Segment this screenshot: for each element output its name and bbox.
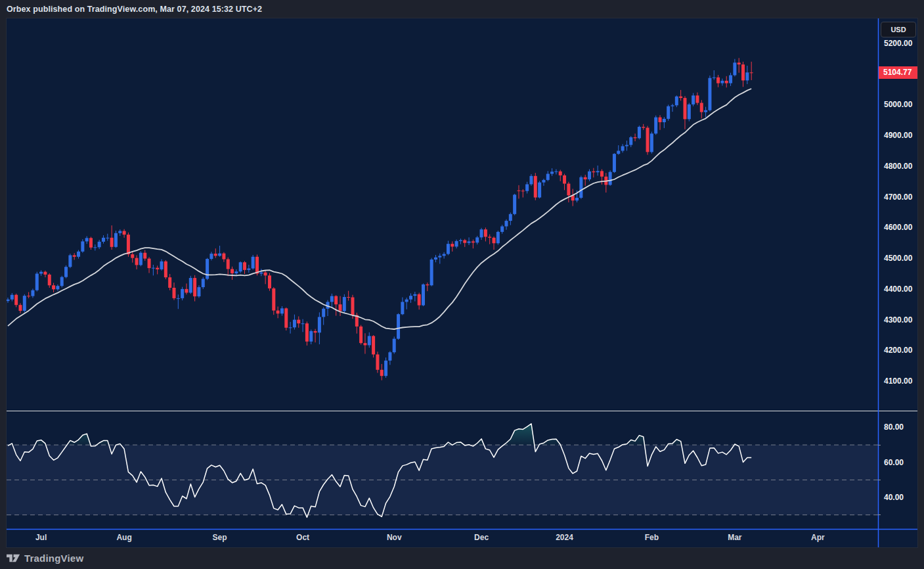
price-axis-label: 4500.00 <box>884 253 912 263</box>
rsi-level-tick <box>878 480 881 480</box>
time-axis-label: Mar <box>728 533 741 542</box>
chart-canvas[interactable] <box>7 18 917 547</box>
time-axis-label: Aug <box>116 533 131 542</box>
last-price-tag: 5104.77 <box>879 66 917 79</box>
rsi-axis-label: 80.00 <box>884 422 904 432</box>
header-bar: Orbex published on TradingView.com, Mar … <box>0 0 924 18</box>
price-axis-label: 4200.00 <box>884 345 912 355</box>
price-axis-label: 4100.00 <box>884 376 912 386</box>
rsi-level-tick <box>878 445 881 445</box>
price-axis-label: 4400.00 <box>884 284 912 294</box>
price-axis-label: 4700.00 <box>884 192 912 202</box>
publish-caption: Orbex published on TradingView.com, Mar … <box>7 5 262 14</box>
price-axis-label: 4900.00 <box>884 130 912 141</box>
time-scale[interactable]: JulAugSepOctNovDec2024FebMarApr <box>7 530 917 547</box>
price-scale[interactable]: USD 5200.005000.004900.004800.004700.004… <box>878 18 917 529</box>
price-axis-label: 5200.00 <box>884 38 912 49</box>
time-axis-label: Sep <box>213 533 227 542</box>
rsi-axis-label: 60.00 <box>884 457 904 468</box>
tradingview-logo-icon[interactable] <box>7 553 20 564</box>
footer-bar: TradingView <box>0 547 924 569</box>
moving-average-line <box>8 89 751 329</box>
time-axis-label: Nov <box>387 533 402 542</box>
price-axis-label: 4800.00 <box>884 161 912 171</box>
time-axis-label: Apr <box>811 533 825 542</box>
time-axis-label: Dec <box>474 533 489 542</box>
time-axis-label: Oct <box>296 533 309 542</box>
price-axis-label: 4300.00 <box>884 315 912 325</box>
rsi-level-tick <box>878 514 881 515</box>
price-axis-label: 5000.00 <box>884 99 912 110</box>
time-axis-label: 2024 <box>556 533 573 542</box>
candles-group <box>7 58 753 380</box>
chart-widget[interactable]: USD 5200.005000.004900.004800.004700.004… <box>7 18 917 547</box>
time-axis-label: Feb <box>645 533 659 542</box>
rsi-axis-label: 40.00 <box>884 492 904 503</box>
currency-toggle-button[interactable]: USD <box>881 22 916 37</box>
tradingview-snapshot: Orbex published on TradingView.com, Mar … <box>0 0 924 569</box>
price-axis-label: 4600.00 <box>884 222 912 233</box>
time-axis-label: Jul <box>35 533 47 542</box>
tradingview-brand-text[interactable]: TradingView <box>24 553 83 564</box>
